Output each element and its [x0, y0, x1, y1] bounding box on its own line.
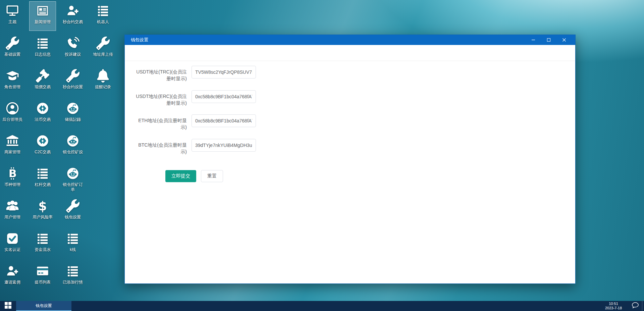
- usdt-trc-address-input[interactable]: [192, 66, 256, 79]
- eth-address-label: ETH地址(会员注册时显示): [135, 114, 187, 131]
- desktop-icon-label: 杠杆交易: [35, 182, 51, 187]
- desktop-icon[interactable]: 商家管理: [0, 132, 26, 161]
- window-controls: [526, 35, 575, 45]
- list-icon: [65, 264, 80, 278]
- desktop-icon-label: 新闻管理: [35, 19, 51, 24]
- desktop-icon[interactable]: 主题: [0, 1, 26, 31]
- desktop-icon[interactable]: 资金流水: [29, 229, 56, 259]
- clock-time: 10:51: [598, 302, 629, 306]
- submit-button[interactable]: 立即提交: [165, 170, 196, 182]
- wrench-icon: [65, 199, 80, 213]
- minimize-icon: [531, 38, 535, 42]
- desktop-icon[interactable]: 新闻管理: [29, 1, 56, 31]
- wrench-icon: [96, 36, 110, 51]
- desktop-icon-label: 日志信息: [35, 52, 51, 57]
- bank-icon: [5, 134, 20, 148]
- desktop-icon[interactable]: 锁仓挖矿设: [59, 132, 86, 161]
- dollar-icon: $: [35, 199, 50, 213]
- taskbar-item-label: 钱包设置: [36, 303, 52, 309]
- desktop-icon[interactable]: 秒合约设置: [59, 66, 86, 96]
- desktop-icon[interactable]: C2C交易: [29, 132, 56, 161]
- list-icon: [96, 3, 110, 18]
- desktop-icon[interactable]: 提醒记录: [90, 66, 116, 96]
- show-desktop-button[interactable]: [642, 301, 644, 311]
- system-tray: 10:51 2023-7-18: [598, 301, 644, 311]
- reddit-circle-icon: [65, 166, 80, 181]
- desktop-icon[interactable]: 基础设置: [0, 34, 26, 63]
- maximize-button[interactable]: [541, 35, 556, 45]
- taskbar-item-wallet-settings[interactable]: 钱包设置: [16, 301, 71, 311]
- btc-address-input[interactable]: [192, 139, 256, 152]
- desktop-icon[interactable]: 现價交易: [29, 66, 56, 96]
- desktop-icon[interactable]: 杠杆交易: [29, 164, 56, 194]
- start-button[interactable]: [0, 301, 16, 311]
- desktop-icon[interactable]: 日志信息: [29, 34, 56, 63]
- usdt-erc-address-label: USDT地址(ERC)(会员注册时显示): [135, 90, 187, 106]
- list-icon: [65, 231, 80, 246]
- desktop-icon[interactable]: 实名认证: [0, 229, 26, 259]
- users-icon: [5, 199, 20, 213]
- list-icon: [35, 231, 50, 246]
- desktop-icon-label: 钱包设置: [65, 215, 81, 220]
- action-center-button[interactable]: [629, 301, 642, 311]
- newspaper-icon: [35, 3, 50, 18]
- wallet-settings-window: 钱包设置 USDT地址(TRC)(会员注册时显示): [124, 35, 576, 284]
- desktop-icon[interactable]: B币种管理: [0, 164, 26, 194]
- desktop-icon[interactable]: 后台管理员: [0, 99, 26, 128]
- reddit-circle-icon: [65, 134, 80, 148]
- desktop-icon[interactable]: 邀请返佣: [0, 262, 26, 291]
- graduation-cap-icon: [5, 68, 20, 83]
- desktop-icon[interactable]: 钱包设置: [59, 197, 86, 226]
- desktop-icon-label: 机器人: [97, 19, 109, 24]
- header-divider: [125, 61, 575, 61]
- svg-text:B: B: [9, 167, 17, 179]
- desktop-icon[interactable]: $用户风险率: [29, 197, 56, 226]
- desktop-icon-label: 后台管理员: [2, 117, 22, 122]
- desktop-icon-label: 地址库上传: [93, 52, 113, 57]
- gavel-icon: [35, 68, 50, 83]
- desktop-icon[interactable]: 角色管理: [0, 66, 26, 96]
- desktop-icon[interactable]: k线: [59, 229, 86, 259]
- desktop-icon-label: 已添加行情: [63, 280, 83, 285]
- desktop-icon[interactable]: 已添加行情: [59, 262, 86, 291]
- desktop-icon-label: 用户管理: [4, 215, 20, 220]
- desktop-icon[interactable]: 锁仓挖矿订单: [59, 164, 86, 194]
- desktop-icon[interactable]: 法币交易: [29, 99, 56, 128]
- wallet-settings-form: USDT地址(TRC)(会员注册时显示) USDT地址(ERC)(会员注册时显示…: [125, 45, 575, 283]
- desktop-icon[interactable]: 用户管理: [0, 197, 26, 226]
- eth-address-input[interactable]: [192, 114, 256, 127]
- check-square-icon: [5, 231, 20, 246]
- desktop-icon-label: 现價交易: [35, 85, 51, 90]
- windows-logo-icon: [5, 302, 11, 310]
- desktop-icon-label: 提币列表: [35, 280, 51, 285]
- minimize-button[interactable]: [526, 35, 541, 45]
- credit-card-icon: [35, 264, 50, 278]
- desktop-icon[interactable]: 储值記錄: [59, 99, 86, 128]
- desktop-icon-label: 用户风险率: [33, 215, 53, 220]
- close-button[interactable]: [556, 35, 572, 45]
- window-titlebar[interactable]: 钱包设置: [125, 35, 575, 45]
- desktop-icon-label: 主题: [8, 19, 16, 24]
- phone-volume-icon: [65, 36, 80, 51]
- list-icon: [35, 166, 50, 181]
- desktop-icon-label: 锁仓挖矿订单: [61, 182, 84, 192]
- desktop-icon-label: 实名认证: [4, 247, 20, 252]
- reset-button[interactable]: 重置: [201, 170, 223, 182]
- desktop-icon-label: 角色管理: [4, 85, 20, 90]
- desktop-icon[interactable]: 投诉建议: [59, 34, 86, 63]
- desktop-icon[interactable]: 地址库上传: [90, 34, 116, 63]
- desktop-icon[interactable]: 秒合约交易: [59, 1, 86, 31]
- bell-icon: [96, 68, 110, 83]
- desktop-icon[interactable]: 机器人: [90, 1, 116, 31]
- desktop-icon-label: 资金流水: [35, 247, 51, 252]
- desktop-icon-label: 币种管理: [4, 182, 20, 187]
- desktop-icon-label: 法币交易: [35, 117, 51, 122]
- desktop-icon-label: 基础设置: [4, 52, 20, 57]
- desktop-icon-grid: 主题基础设置角色管理后台管理员商家管理B币种管理用户管理实名认证邀请返佣新闻管理…: [0, 1, 118, 294]
- desktop-icon[interactable]: 提币列表: [29, 262, 56, 291]
- taskbar-clock[interactable]: 10:51 2023-7-18: [598, 302, 629, 310]
- usdt-erc-address-input[interactable]: [192, 90, 256, 103]
- desktop-icon-label: 储值記錄: [65, 117, 81, 122]
- desktop-icon-label: 邀请返佣: [4, 280, 20, 285]
- wrench-icon: [5, 36, 20, 51]
